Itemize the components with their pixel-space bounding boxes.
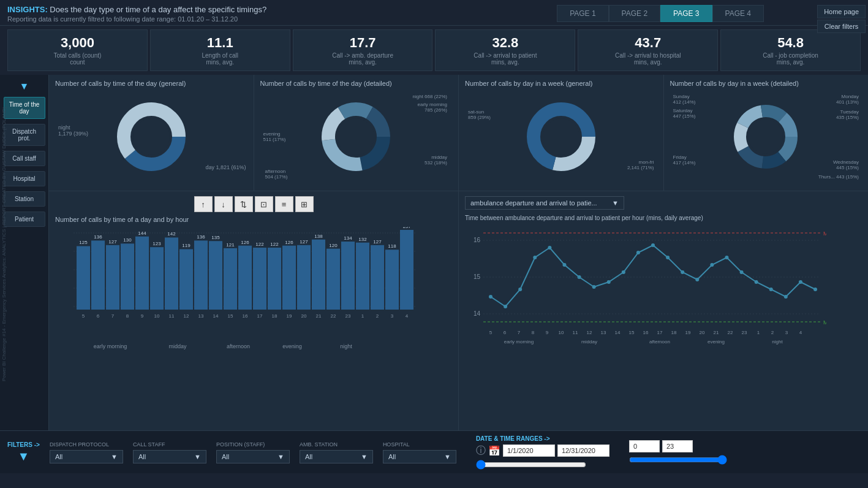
bar-hour-7: 7 — [111, 313, 115, 319]
sidebar-item-dispatch[interactable]: Dispatch prot. — [4, 124, 45, 146]
insights-question: Does the day type or time of a day affec… — [50, 5, 266, 14]
toolbar-btn-grid[interactable]: ⊡ — [255, 196, 273, 212]
page-tabs: PAGE 1 PAGE 2 PAGE 3 PAGE 4 — [557, 5, 764, 22]
bar-7[interactable] — [106, 245, 119, 310]
bar-2[interactable] — [371, 245, 384, 310]
sidebar-item-call-staff[interactable]: Call staff — [4, 151, 45, 166]
bar-hour-6: 6 — [97, 313, 100, 319]
bar-18[interactable] — [268, 248, 281, 310]
dispatch-filter-select[interactable]: All ▼ — [50, 450, 123, 463]
bar-13[interactable] — [194, 240, 208, 310]
kpi-amb-departure-sublabel: mins, avg. — [301, 59, 425, 66]
bar-16[interactable] — [238, 246, 252, 310]
bar-label-20: 127 — [300, 239, 308, 245]
donut3-satsun-label: sat-sun859 (29%) — [468, 109, 491, 120]
chart-panel-1: Number of calls by time of the day (gene… — [49, 75, 254, 191]
donut4-friday-label: Friday417 (14%) — [673, 154, 696, 166]
toolbar-btn-list[interactable]: ≡ — [275, 196, 293, 212]
svg-text:3: 3 — [785, 330, 788, 335]
sidebar-item-patient[interactable]: Patient — [4, 212, 45, 227]
bar-10[interactable] — [150, 247, 164, 310]
svg-text:night: night — [772, 339, 783, 345]
bar-11[interactable] — [165, 237, 178, 310]
callstaff-filter-label: CALL STAFF — [133, 441, 206, 448]
toolbar-btn-up[interactable]: ↑ — [194, 196, 213, 212]
bar-17[interactable] — [253, 248, 266, 310]
bar-hour-20: 20 — [301, 313, 307, 319]
donut2-evening-label: evening511 (17%) — [263, 131, 286, 142]
date-range-slider[interactable] — [476, 460, 586, 470]
ambstation-filter-select[interactable]: All ▼ — [300, 450, 373, 463]
chart-toolbar: ↑ ↓ ⇅ ⊡ ≡ ⊞ — [55, 196, 452, 212]
clear-filters-button[interactable]: Clear filters — [817, 20, 866, 33]
date-to-input[interactable] — [557, 444, 609, 457]
kpi-total-calls-value: 3,000 — [15, 35, 140, 51]
bar-19[interactable] — [282, 246, 296, 310]
bar-hour-18: 18 — [272, 313, 277, 319]
position-filter-select[interactable]: All ▼ — [216, 450, 290, 463]
callstaff-filter-select[interactable]: All ▼ — [133, 450, 206, 463]
bar-1[interactable] — [356, 243, 369, 310]
bar-3[interactable] — [385, 250, 399, 310]
tab-page1[interactable]: PAGE 1 — [557, 5, 608, 22]
time-from-input[interactable] — [629, 440, 660, 452]
bar-15[interactable] — [224, 248, 237, 310]
bar-8[interactable] — [121, 243, 134, 310]
info-icon[interactable]: ⓘ — [476, 444, 486, 457]
date-from-input[interactable] — [503, 444, 555, 457]
bar-9[interactable] — [135, 237, 149, 310]
bar-hour-16: 16 — [243, 313, 248, 319]
svg-text:19: 19 — [685, 330, 691, 335]
sidebar-chevron[interactable]: ▼ — [20, 81, 29, 92]
bar-20[interactable] — [297, 245, 311, 310]
tab-page2[interactable]: PAGE 2 — [609, 5, 660, 22]
sidebar-item-time-of-day[interactable]: Time of the day — [4, 97, 45, 119]
filter-funnel-icon[interactable]: ▼ — [18, 449, 30, 463]
svg-text:evening: evening — [708, 339, 725, 345]
svg-text:Max: 16.3: Max: 16.3 — [823, 231, 826, 237]
date-range-section: DATE & TIME RANGES -> ⓘ 📅 — [476, 435, 609, 470]
toolbar-btn-expand[interactable]: ⊞ — [295, 196, 314, 212]
bar-22[interactable] — [326, 249, 340, 310]
svg-text:14: 14 — [615, 330, 621, 335]
bar-label-4: 157 — [402, 227, 411, 229]
bar-5[interactable] — [77, 246, 90, 310]
calendar-icon[interactable]: 📅 — [488, 445, 500, 457]
sidebar-item-station[interactable]: Station — [4, 191, 45, 207]
svg-text:20: 20 — [700, 330, 705, 335]
line-chart-title: Time between ambulance departure and arr… — [465, 215, 862, 221]
bar-23[interactable] — [341, 242, 355, 310]
line-chart-dropdown[interactable]: ambulance departure and arrival to patie… — [465, 196, 624, 210]
bar-14[interactable] — [209, 241, 222, 310]
bar-label-16: 126 — [241, 240, 249, 245]
svg-text:18: 18 — [671, 330, 677, 335]
svg-text:12: 12 — [587, 330, 592, 335]
svg-text:14: 14 — [474, 310, 481, 317]
hospital-filter-select[interactable]: All ▼ — [383, 450, 456, 463]
kpi-job-completion-label: Call - job completion — [728, 52, 853, 59]
svg-text:1: 1 — [757, 330, 760, 335]
position-filter-label: POSITION (STAFF) — [216, 441, 290, 448]
bar-label-10: 123 — [153, 241, 161, 246]
dispatch-chevron-icon: ▼ — [111, 453, 118, 460]
toolbar-btn-down[interactable]: ↓ — [214, 196, 233, 212]
bar-6[interactable] — [91, 240, 105, 310]
bar-label-12: 119 — [182, 243, 191, 248]
tab-page4[interactable]: PAGE 4 — [712, 5, 764, 22]
toolbar-btn-sort[interactable]: ⇅ — [235, 196, 253, 212]
home-page-button[interactable]: Home page — [817, 5, 866, 18]
bar-4[interactable] — [400, 230, 413, 310]
bar-21[interactable] — [312, 240, 325, 310]
bar-12[interactable] — [179, 249, 193, 310]
bar-label-19: 126 — [285, 240, 293, 245]
time-to-input[interactable] — [662, 440, 693, 452]
time-range-section — [629, 440, 727, 465]
insights-label: INSIGHTS: — [7, 5, 48, 14]
sidebar-item-hospital[interactable]: Hospital — [4, 171, 45, 186]
date-range-label: DATE & TIME RANGES -> — [476, 435, 609, 442]
tab-page3[interactable]: PAGE 3 — [660, 5, 712, 22]
svg-text:17: 17 — [657, 330, 663, 335]
filters-label: FILTERS -> — [7, 441, 40, 448]
time-range-slider[interactable] — [629, 455, 727, 465]
callstaff-filter-group: CALL STAFF All ▼ — [133, 441, 206, 463]
